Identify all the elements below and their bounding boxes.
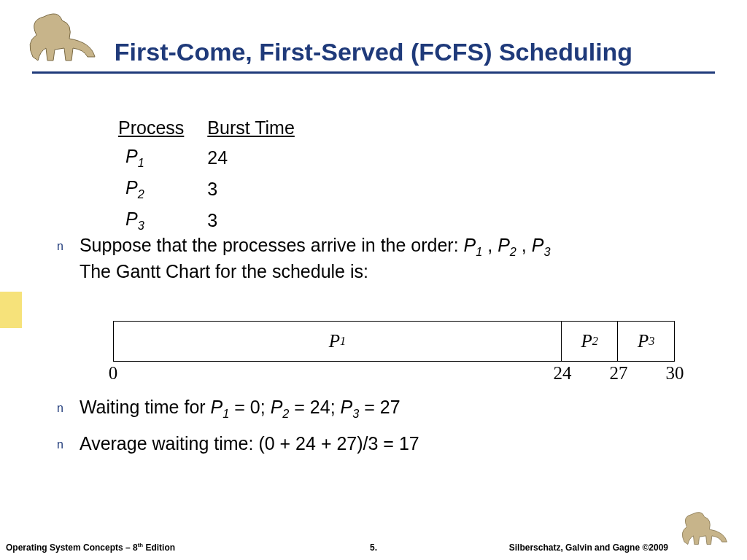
footer: Operating System Concepts – 8th Edition … <box>0 542 747 553</box>
footer-left: Operating System Concepts – 8th Edition <box>6 542 175 553</box>
table-row: P3 <box>118 206 206 236</box>
table-row: P1 <box>118 143 206 173</box>
table-cell: 3 <box>207 206 316 236</box>
bullet-1: n Suppose that the processes arrive in t… <box>57 233 703 284</box>
tick: 0 <box>109 363 118 384</box>
gantt-seg-p1: P1 <box>114 322 562 361</box>
gantt-seg-p3: P3 <box>618 322 674 361</box>
bullet-2: n Waiting time for P1 = 0; P2 = 24; P3 =… <box>57 395 703 421</box>
bullet-3: n Average waiting time: (0 + 24 + 27)/3 … <box>57 432 703 456</box>
dinosaur-icon <box>674 507 740 547</box>
bullet-icon: n <box>57 401 63 421</box>
table-cell: 24 <box>207 143 316 173</box>
col-process: Process <box>118 114 206 141</box>
col-burst: Burst Time <box>207 114 316 141</box>
process-table: Process Burst Time P1 24 P2 3 P3 3 <box>117 113 318 237</box>
gantt-chart: P1 P2 P3 0 24 27 30 <box>113 321 675 384</box>
footer-page: 5. <box>370 542 377 553</box>
footer-right: Silberschatz, Galvin and Gagne ©2009 <box>509 542 668 553</box>
title-underline <box>32 71 715 74</box>
gantt-seg-p2: P2 <box>562 322 619 361</box>
bullet-icon: n <box>57 239 63 284</box>
table-cell: 3 <box>207 174 316 204</box>
tick: 30 <box>666 363 684 384</box>
slide-title: First-Come, First-Served (FCFS) Scheduli… <box>0 38 747 66</box>
accent-block <box>0 292 22 328</box>
tick: 24 <box>554 363 572 384</box>
table-row: P2 <box>118 174 206 204</box>
tick: 27 <box>610 363 628 384</box>
bullet-icon: n <box>57 438 63 456</box>
